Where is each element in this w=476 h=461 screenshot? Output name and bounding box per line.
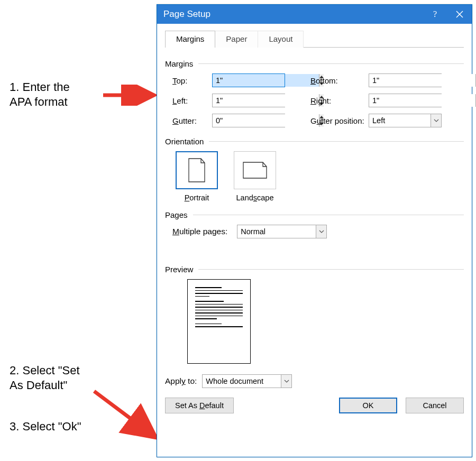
gutter-position-value: Left	[369, 116, 431, 125]
titlebar: Page Setup ?	[157, 5, 472, 24]
orientation-section-label: Orientation	[165, 137, 204, 146]
tab-layout[interactable]: Layout	[258, 31, 304, 48]
preview-section-label: Preview	[165, 265, 193, 274]
label-right: Right:	[310, 96, 369, 105]
orientation-portrait[interactable]: Portrait	[176, 151, 218, 202]
page-setup-dialog: Page Setup ? Margins Paper Layout Margin…	[157, 4, 472, 457]
apply-to-value: Whole document	[203, 377, 281, 385]
orientation-portrait-label: Portrait	[185, 193, 209, 202]
orientation-section: Orientation Portrait	[165, 137, 464, 202]
tab-paper[interactable]: Paper	[215, 31, 258, 48]
label-bottom: Bottom:	[310, 76, 369, 85]
apply-to-row: Apply to: Whole document	[165, 374, 464, 388]
pages-section: Pages Multiple pages: Normal	[165, 210, 464, 238]
margins-section-label: Margins	[165, 59, 193, 68]
chevron-down-icon[interactable]	[281, 375, 291, 388]
margins-section: Margins Top:	[165, 59, 464, 127]
margin-right-spinbox[interactable]	[369, 94, 442, 107]
set-as-default-button[interactable]: Set As Default	[165, 398, 234, 413]
svg-line-1	[94, 391, 153, 436]
annotation-step-1: 1. Enter theAPA format	[10, 80, 70, 109]
margin-left-spinbox[interactable]	[212, 94, 285, 107]
preview-section: Preview	[165, 265, 464, 364]
multiple-pages-value: Normal	[237, 227, 316, 236]
pages-section-label: Pages	[165, 210, 188, 219]
cancel-button[interactable]: Cancel	[406, 398, 464, 413]
preview-page-icon	[187, 279, 251, 364]
label-left: Left:	[172, 96, 212, 105]
tab-strip: Margins Paper Layout	[165, 30, 464, 47]
orientation-landscape[interactable]: Landscape	[234, 151, 276, 202]
label-gutter-position: Gutter position:	[310, 116, 369, 125]
svg-text:?: ?	[433, 10, 437, 19]
apply-to-select[interactable]: Whole document	[202, 374, 292, 388]
landscape-page-icon	[243, 161, 267, 180]
gutter-position-select[interactable]: Left	[369, 114, 442, 127]
annotation-step-3: 3. Select "Ok"	[10, 419, 81, 434]
margin-bottom-input[interactable]	[369, 74, 475, 87]
dialog-buttons: Set As Default OK Cancel	[165, 398, 464, 413]
close-button[interactable]	[447, 5, 472, 24]
portrait-page-icon	[187, 158, 206, 182]
margin-top-input[interactable]	[213, 74, 319, 87]
margin-left-input[interactable]	[213, 94, 319, 107]
arrow-1	[100, 85, 159, 106]
label-top: Top:	[172, 76, 212, 85]
arrow-2	[90, 387, 164, 445]
annotation-step-2: 2. Select "SetAs Default"	[10, 363, 80, 392]
multiple-pages-select[interactable]: Normal	[237, 225, 327, 238]
orientation-landscape-label: Landscape	[236, 193, 274, 202]
margin-gutter-spinbox[interactable]	[212, 114, 285, 127]
help-button[interactable]: ?	[423, 5, 447, 24]
label-gutter: Gutter:	[172, 116, 212, 125]
chevron-down-icon[interactable]	[316, 225, 326, 238]
ok-button[interactable]: OK	[339, 398, 397, 413]
margin-right-input[interactable]	[369, 94, 475, 107]
title-text: Page Setup	[163, 9, 423, 20]
margin-gutter-input[interactable]	[213, 114, 319, 127]
multiple-pages-label: Multiple pages:	[172, 227, 227, 236]
chevron-down-icon[interactable]	[431, 114, 441, 127]
margin-top-spinbox[interactable]	[212, 73, 285, 87]
margin-bottom-spinbox[interactable]	[369, 73, 442, 87]
apply-to-label: Apply to:	[165, 376, 197, 386]
tab-margins[interactable]: Margins	[165, 31, 215, 48]
